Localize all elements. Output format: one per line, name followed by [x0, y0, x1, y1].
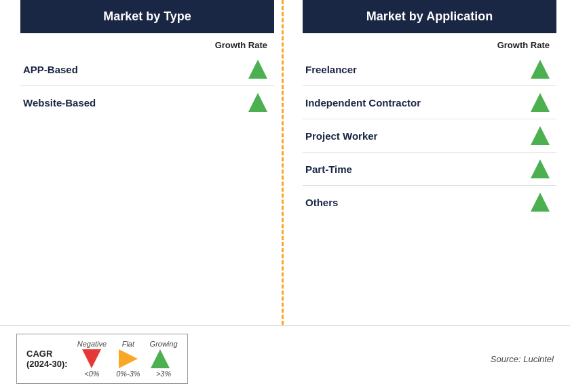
- table-row: Independent Contractor: [303, 86, 556, 119]
- left-items-list: APP-Based Website-Based: [20, 53, 274, 119]
- arrow-up-icon: [151, 349, 170, 368]
- legend-growing-value: >3%: [156, 370, 171, 378]
- table-row: Others: [303, 186, 556, 218]
- arrow-up-icon: [531, 126, 550, 145]
- arrow-up-icon: [531, 60, 550, 79]
- left-panel-header: Market by Type: [20, 0, 274, 33]
- legend-flat-label: Flat: [122, 340, 134, 348]
- right-growth-rate-label: Growth Rate: [303, 40, 556, 50]
- table-row: Project Worker: [303, 119, 556, 153]
- item-label: Others: [305, 197, 338, 208]
- legend-growing-label: Growing: [150, 340, 178, 348]
- item-label: APP-Based: [23, 64, 78, 75]
- right-panel: Market by Application Growth Rate Freela…: [282, 0, 570, 325]
- item-label: Project Worker: [305, 130, 377, 142]
- legend-box: CAGR(2024-30): Negative <0% Flat 0%-3% G…: [16, 334, 188, 384]
- footer: CAGR(2024-30): Negative <0% Flat 0%-3% G…: [0, 325, 570, 392]
- right-panel-header: Market by Application: [303, 0, 556, 33]
- item-label: Website-Based: [23, 97, 96, 109]
- divider: [281, 0, 282, 325]
- item-label: Freelancer: [305, 64, 357, 75]
- item-label: Independent Contractor: [305, 97, 421, 109]
- arrow-down-icon: [82, 349, 101, 368]
- item-label: Part-Time: [305, 163, 352, 175]
- table-row: APP-Based: [20, 53, 274, 86]
- legend-negative: Negative <0%: [77, 340, 107, 378]
- legend-flat-value: 0%-3%: [116, 370, 140, 378]
- left-growth-rate-label: Growth Rate: [20, 40, 274, 50]
- legend-negative-value: <0%: [84, 370, 99, 378]
- arrow-up-icon: [531, 159, 550, 178]
- legend-negative-label: Negative: [77, 340, 107, 348]
- table-row: Part-Time: [303, 153, 556, 186]
- arrow-right-icon: [119, 349, 138, 368]
- legend-growing: Growing >3%: [150, 340, 178, 378]
- legend-flat: Flat 0%-3%: [116, 340, 140, 378]
- dashed-line: [282, 0, 284, 325]
- main-content: Market by Type Growth Rate APP-Based Web…: [0, 0, 570, 325]
- right-items-list: Freelancer Independent Contractor Projec…: [303, 53, 556, 218]
- table-row: Freelancer: [303, 53, 556, 86]
- arrow-up-icon: [248, 93, 267, 112]
- table-row: Website-Based: [20, 86, 274, 119]
- cagr-label: CAGR(2024-30):: [26, 349, 68, 369]
- left-panel: Market by Type Growth Rate APP-Based Web…: [0, 0, 281, 325]
- arrow-up-icon: [531, 93, 550, 112]
- arrow-up-icon: [531, 193, 550, 212]
- arrow-up-icon: [248, 60, 267, 79]
- source-text: Source: Lucintel: [491, 354, 554, 364]
